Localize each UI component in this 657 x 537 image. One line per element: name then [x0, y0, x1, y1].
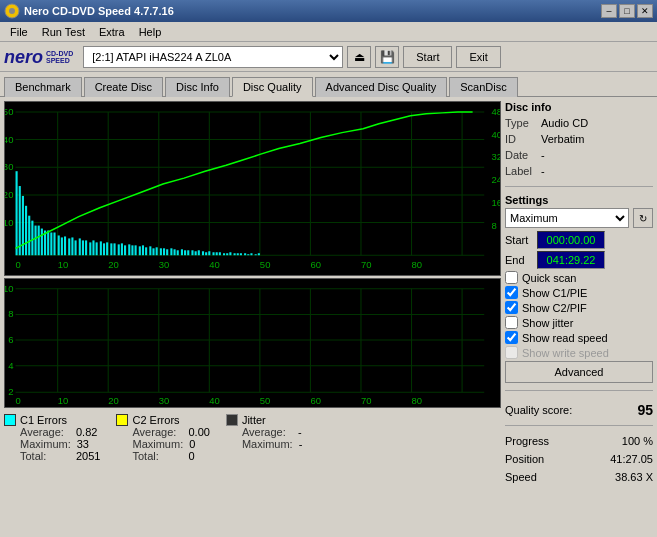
show-read-speed-checkbox[interactable] — [505, 331, 518, 344]
quick-scan-label: Quick scan — [522, 272, 576, 284]
svg-rect-59 — [82, 240, 84, 255]
top-chart: 50 40 30 20 10 48 40 32 24 16 8 0 10 20 … — [4, 101, 501, 276]
svg-rect-69 — [118, 244, 120, 255]
tab-benchmark[interactable]: Benchmark — [4, 77, 82, 97]
show-jitter-label: Show jitter — [522, 317, 573, 329]
svg-text:60: 60 — [310, 396, 321, 406]
legend-jitter: Jitter Average: - Maximum: - — [226, 414, 302, 462]
divider-1 — [505, 186, 653, 187]
eject-button[interactable]: ⏏ — [347, 46, 371, 68]
date-label: Date — [505, 147, 537, 163]
divider-3 — [505, 425, 653, 426]
svg-text:10: 10 — [58, 260, 69, 270]
svg-rect-85 — [174, 249, 176, 255]
tab-advanced-disc-quality[interactable]: Advanced Disc Quality — [315, 77, 448, 97]
nero-logo-icon: nero — [4, 45, 44, 69]
tab-disc-info[interactable]: Disc Info — [165, 77, 230, 97]
quick-scan-checkbox[interactable] — [505, 271, 518, 284]
c1-avg-value: 0.82 — [76, 426, 97, 438]
progress-label: Progress — [505, 435, 549, 447]
main-content: 50 40 30 20 10 48 40 32 24 16 8 0 10 20 … — [0, 96, 657, 533]
svg-text:20: 20 — [108, 260, 119, 270]
svg-rect-78 — [149, 246, 151, 255]
svg-text:16: 16 — [492, 198, 500, 208]
svg-rect-98 — [219, 252, 221, 255]
close-button[interactable]: ✕ — [637, 4, 653, 18]
svg-text:40: 40 — [209, 260, 220, 270]
svg-rect-102 — [234, 253, 236, 255]
svg-rect-84 — [170, 248, 172, 255]
tab-create-disc[interactable]: Create Disc — [84, 77, 163, 97]
menu-bar: File Run Test Extra Help — [0, 22, 657, 42]
settings-refresh-button[interactable]: ↻ — [633, 208, 653, 228]
show-c2-pif-checkbox[interactable] — [505, 301, 518, 314]
start-time-label: Start — [505, 234, 533, 246]
menu-help[interactable]: Help — [133, 24, 168, 40]
svg-rect-109 — [258, 253, 260, 255]
maximize-button[interactable]: □ — [619, 4, 635, 18]
show-jitter-checkbox[interactable] — [505, 316, 518, 329]
svg-rect-72 — [128, 244, 130, 255]
tab-scan-disc[interactable]: ScanDisc — [449, 77, 517, 97]
svg-rect-89 — [187, 250, 189, 255]
svg-rect-50 — [50, 232, 52, 255]
show-c1-pie-checkbox[interactable] — [505, 286, 518, 299]
c2-max-label: Maximum: — [132, 438, 183, 450]
svg-rect-107 — [250, 253, 252, 255]
svg-rect-61 — [89, 242, 91, 255]
svg-text:50: 50 — [5, 107, 13, 117]
svg-text:30: 30 — [159, 396, 170, 406]
bottom-chart-svg: 10 8 6 4 2 0 10 20 30 40 50 60 70 80 — [5, 279, 500, 407]
svg-rect-76 — [142, 245, 144, 255]
svg-rect-57 — [75, 240, 77, 255]
c1-max-value: 33 — [77, 438, 89, 450]
svg-rect-74 — [135, 245, 137, 255]
svg-rect-66 — [106, 242, 108, 255]
show-c2-pif-label: Show C2/PIF — [522, 302, 587, 314]
save-button[interactable]: 💾 — [375, 46, 399, 68]
svg-rect-40 — [19, 186, 21, 255]
title-bar: Nero CD-DVD Speed 4.7.7.16 – □ ✕ — [0, 0, 657, 22]
c2-avg-label: Average: — [132, 426, 182, 438]
svg-rect-56 — [71, 237, 73, 255]
speed-value: 38.63 X — [615, 471, 653, 483]
menu-extra[interactable]: Extra — [93, 24, 131, 40]
menu-file[interactable]: File — [4, 24, 34, 40]
show-write-speed-checkbox[interactable] — [505, 346, 518, 359]
svg-rect-60 — [85, 240, 87, 255]
advanced-button[interactable]: Advanced — [505, 361, 653, 383]
tab-bar: Benchmark Create Disc Disc Info Disc Qua… — [0, 72, 657, 96]
svg-text:10: 10 — [5, 218, 13, 228]
svg-rect-65 — [103, 243, 105, 255]
jitter-max-label: Maximum: — [242, 438, 293, 450]
svg-rect-81 — [160, 248, 162, 255]
svg-text:50: 50 — [260, 260, 271, 270]
svg-rect-49 — [47, 231, 49, 256]
disc-info-section: Disc info Type Audio CD ID Verbatim Date… — [505, 101, 653, 179]
svg-rect-70 — [121, 243, 123, 255]
svg-text:70: 70 — [361, 260, 372, 270]
svg-rect-87 — [181, 249, 183, 255]
nero-sub-text: CD-DVD SPEED — [46, 50, 73, 64]
svg-rect-41 — [22, 196, 24, 255]
svg-rect-92 — [198, 250, 200, 255]
menu-run-test[interactable]: Run Test — [36, 24, 91, 40]
speed-select[interactable]: Maximum — [505, 208, 629, 228]
tab-disc-quality[interactable]: Disc Quality — [232, 77, 313, 97]
position-value: 41:27.05 — [610, 453, 653, 465]
exit-button[interactable]: Exit — [456, 46, 500, 68]
start-button[interactable]: Start — [403, 46, 452, 68]
svg-text:80: 80 — [412, 396, 423, 406]
show-write-speed-label: Show write speed — [522, 347, 609, 359]
minimize-button[interactable]: – — [601, 4, 617, 18]
svg-rect-63 — [96, 242, 98, 255]
svg-rect-44 — [31, 221, 33, 256]
c2-total-value: 0 — [188, 450, 194, 462]
svg-rect-58 — [79, 238, 81, 255]
window-title: Nero CD-DVD Speed 4.7.7.16 — [24, 5, 174, 17]
settings-section: Settings Maximum ↻ Start 000:00.00 End 0… — [505, 194, 653, 383]
c2-avg-value: 0.00 — [188, 426, 209, 438]
c1-avg-label: Average: — [20, 426, 70, 438]
svg-rect-93 — [202, 251, 204, 255]
drive-select[interactable]: [2:1] ATAPI iHAS224 A ZL0A — [83, 46, 343, 68]
